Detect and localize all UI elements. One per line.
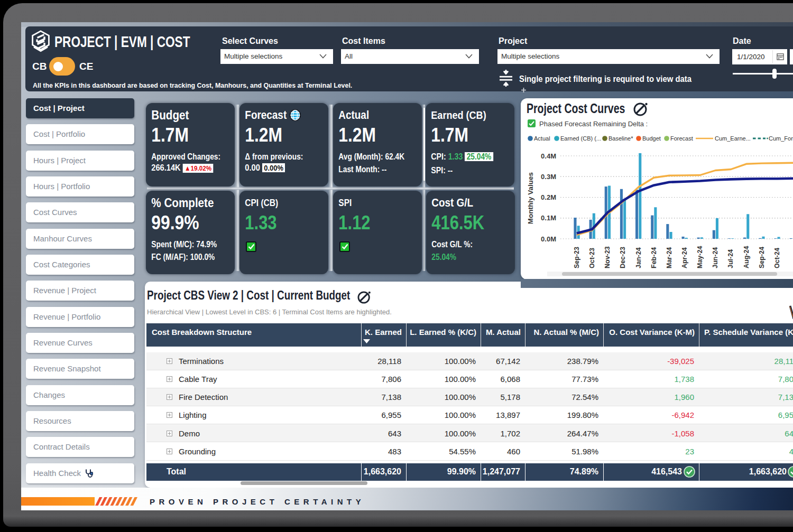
svg-text:0.4M: 0.4M (541, 152, 556, 160)
svg-text:Apr-24: Apr-24 (681, 247, 688, 268)
svg-text:0.2M: 0.2M (541, 193, 556, 201)
svg-text:Jan-24: Jan-24 (635, 247, 642, 268)
svg-text:Sep-24: Sep-24 (758, 247, 766, 268)
svg-text:Dec-23: Dec-23 (619, 247, 626, 268)
svg-text:Nov-23: Nov-23 (604, 246, 611, 268)
svg-text:Cum_Earne...: Cum_Earne... (715, 135, 751, 142)
svg-text:Sep-23: Sep-23 (573, 247, 580, 268)
svg-text:0.0M: 0.0M (541, 235, 556, 243)
svg-text:Budget: Budget (642, 135, 661, 142)
svg-text:Baseline*: Baseline* (608, 135, 633, 142)
svg-text:0.3M: 0.3M (541, 173, 556, 181)
svg-text:Earned (CB) (...: Earned (CB) (... (560, 135, 601, 142)
svg-text:Forecast: Forecast (670, 135, 693, 142)
svg-text:0.1M: 0.1M (541, 214, 556, 222)
svg-text:Oct-24: Oct-24 (773, 248, 781, 268)
svg-text:Actual: Actual (534, 135, 550, 142)
svg-text:Mar-24: Mar-24 (666, 247, 673, 268)
svg-text:Feb-24: Feb-24 (650, 247, 658, 268)
svg-text:Cum_For: Cum_For (769, 135, 793, 142)
svg-text:Jul-24: Jul-24 (727, 249, 734, 268)
svg-text:May-24: May-24 (696, 246, 704, 268)
svg-text:Oct-23: Oct-23 (588, 248, 596, 268)
svg-text:Aug-24: Aug-24 (743, 246, 750, 268)
svg-text:Jun-24: Jun-24 (712, 247, 719, 268)
